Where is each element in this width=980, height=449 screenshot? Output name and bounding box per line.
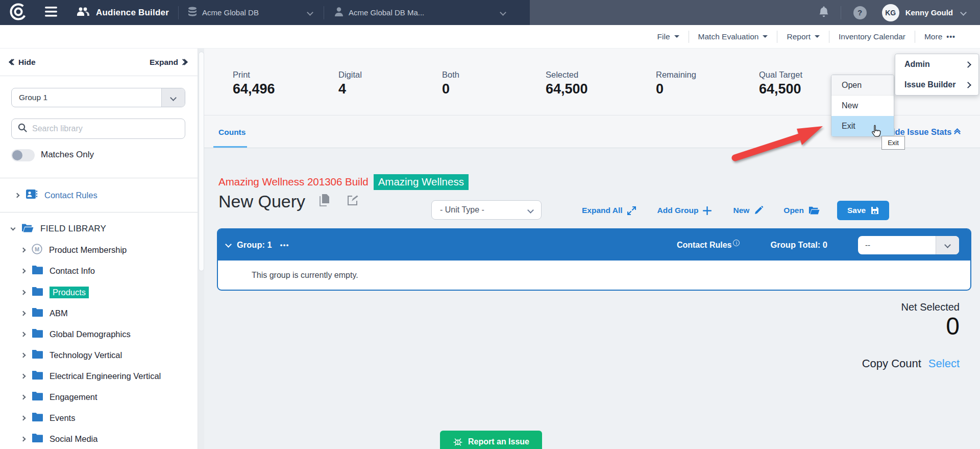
more-dropdown-menu: Admin Issue Builder bbox=[895, 54, 979, 96]
search-input[interactable] bbox=[32, 124, 179, 133]
ellipsis-icon: ••• bbox=[946, 33, 955, 41]
collapse-group-chevron-icon[interactable] bbox=[225, 241, 232, 248]
menu-report[interactable]: Report bbox=[777, 32, 829, 41]
audience-icon bbox=[77, 7, 90, 19]
folder-open-icon bbox=[808, 206, 820, 215]
double-chevron-up-icon bbox=[957, 129, 958, 136]
sidebar-item-products[interactable]: Products bbox=[21, 285, 89, 299]
caret-down-icon bbox=[763, 35, 768, 38]
chevron-right-icon bbox=[21, 247, 26, 252]
edit-icon[interactable] bbox=[347, 195, 358, 208]
menu-match-evaluation[interactable]: Match Evaluation bbox=[689, 32, 777, 41]
sidebar-item-field-library[interactable]: FIELD LIBRARY bbox=[11, 222, 106, 236]
sidebar-item-contact-info[interactable]: Contact Info bbox=[21, 264, 95, 278]
group-total: Group Total: 0 bbox=[770, 240, 827, 250]
sidebar-divider bbox=[0, 212, 198, 212]
folder-icon bbox=[32, 370, 43, 382]
notifications-bell-icon[interactable] bbox=[818, 6, 829, 20]
caret-down-icon bbox=[815, 35, 820, 38]
search-icon bbox=[18, 123, 27, 134]
help-icon[interactable]: ? bbox=[853, 6, 867, 19]
hand-pointer-cursor bbox=[869, 124, 883, 138]
select-chevron-icon bbox=[527, 207, 534, 214]
group-selector[interactable]: Group 1 bbox=[11, 88, 185, 107]
add-group-button[interactable]: Add Group bbox=[657, 206, 712, 215]
contact-rules-link[interactable]: Contact Rulesi bbox=[677, 240, 740, 250]
folder-icon bbox=[32, 328, 43, 340]
folder-icon bbox=[32, 391, 43, 403]
profile-icon bbox=[334, 7, 344, 19]
database-selector[interactable]: Acme Global DB bbox=[202, 8, 259, 17]
sidebar-item-engagement[interactable]: Engagement bbox=[21, 390, 97, 404]
hamburger-menu-icon[interactable] bbox=[45, 7, 57, 19]
matches-only-toggle[interactable] bbox=[11, 149, 35, 161]
file-menu-exit[interactable]: Exit bbox=[831, 116, 894, 136]
active-tab-underline bbox=[213, 146, 247, 148]
sidebar-item-events[interactable]: Events bbox=[21, 411, 75, 425]
select-chevron-icon bbox=[161, 88, 185, 107]
profile-selector-chevron-icon[interactable] bbox=[500, 9, 506, 16]
caret-down-icon bbox=[674, 35, 679, 38]
audience-builder-screen: Audience Builder Acme Global DB Acme Glo… bbox=[0, 0, 980, 449]
user-name: Kenny Gould bbox=[905, 8, 953, 17]
select-chevron-icon bbox=[936, 236, 959, 254]
database-icon bbox=[188, 7, 197, 19]
sidebar-item-product-membership[interactable]: M Product Membership bbox=[21, 243, 127, 257]
new-query-button[interactable]: New bbox=[733, 206, 763, 215]
hide-sidebar-button[interactable]: Hide bbox=[11, 58, 36, 67]
annotation-red-arrow bbox=[725, 119, 832, 166]
menu-file[interactable]: File bbox=[648, 32, 689, 41]
folder-open-icon bbox=[21, 223, 34, 235]
expand-sidebar-button[interactable]: Expand bbox=[150, 58, 185, 67]
navbar-right-section: ? KG Kenny Gould bbox=[818, 0, 980, 25]
navbar-left-section: Audience Builder Acme Global DB Acme Glo… bbox=[0, 0, 530, 25]
file-menu-open[interactable]: Open bbox=[831, 75, 894, 96]
user-avatar[interactable]: KG bbox=[882, 4, 899, 21]
more-menu-admin[interactable]: Admin bbox=[895, 54, 978, 75]
expand-all-button[interactable]: Expand All bbox=[582, 206, 636, 215]
group-empty-message: This group is currently empty. bbox=[252, 271, 358, 280]
copy-count-select-link[interactable]: Select bbox=[928, 357, 960, 370]
profile-selector[interactable]: Acme Global DB Ma... bbox=[349, 8, 424, 17]
sidebar-header: Hide Expand bbox=[0, 49, 198, 76]
report-issue-button[interactable]: Report an Issue bbox=[440, 431, 542, 449]
net-selected-value: 0 bbox=[946, 312, 960, 340]
navbar-divider bbox=[841, 6, 841, 19]
more-menu-issue-builder[interactable]: Issue Builder bbox=[895, 75, 978, 95]
net-selected-label: Net Selected bbox=[901, 301, 960, 313]
library-sidebar: Hide Expand Group 1 Matches Only C bbox=[0, 49, 204, 449]
sidebar-item-global-demographics[interactable]: Global Demographics bbox=[21, 327, 131, 341]
sidebar-scrollbar[interactable] bbox=[198, 49, 204, 449]
folder-icon bbox=[32, 433, 43, 444]
chevron-right-icon bbox=[21, 394, 26, 399]
folder-icon bbox=[32, 412, 43, 423]
navbar-divider bbox=[178, 6, 179, 19]
database-selector-chevron-icon[interactable] bbox=[307, 9, 313, 16]
menu-more[interactable]: More••• bbox=[915, 32, 965, 41]
sidebar-divider bbox=[0, 178, 198, 178]
sidebar-item-social-media[interactable]: Social Media bbox=[21, 432, 97, 446]
unit-type-select[interactable]: - Unit Type - bbox=[431, 200, 542, 220]
group-logic-select[interactable]: -- bbox=[858, 236, 959, 254]
group-options-ellipsis-icon[interactable]: ••• bbox=[280, 241, 289, 249]
sidebar-item-contact-rules[interactable]: Contact Rules bbox=[15, 188, 97, 202]
chevron-right-icon bbox=[21, 373, 26, 379]
user-menu-chevron-icon[interactable] bbox=[960, 9, 967, 16]
build-title: Amazing Wellness 201306 BuildAmazing Wel… bbox=[218, 174, 469, 190]
chevron-right-icon bbox=[21, 352, 26, 358]
chevron-down-icon bbox=[11, 225, 16, 230]
info-icon: i bbox=[733, 240, 740, 246]
file-menu-new[interactable]: New bbox=[831, 96, 894, 116]
menu-inventory-calendar[interactable]: Inventory Calendar bbox=[829, 32, 915, 41]
brand-logo-icon[interactable] bbox=[9, 3, 28, 23]
svg-text:M: M bbox=[35, 246, 39, 252]
sidebar-item-technology-vertical[interactable]: Technology Vertical bbox=[21, 348, 122, 362]
tab-counts[interactable]: Counts bbox=[218, 128, 246, 137]
sidebar-item-electrical-engineering-vertical[interactable]: Electrical Engineering Vertical bbox=[21, 369, 161, 383]
library-search[interactable] bbox=[11, 119, 185, 139]
copy-icon[interactable] bbox=[318, 194, 330, 208]
save-button[interactable]: Save bbox=[837, 201, 889, 220]
sidebar-item-abm[interactable]: ABM bbox=[21, 306, 68, 320]
open-query-button[interactable]: Open bbox=[783, 206, 820, 215]
group-1-container: Group: 1 ••• Contact Rulesi Group Total:… bbox=[217, 228, 971, 291]
